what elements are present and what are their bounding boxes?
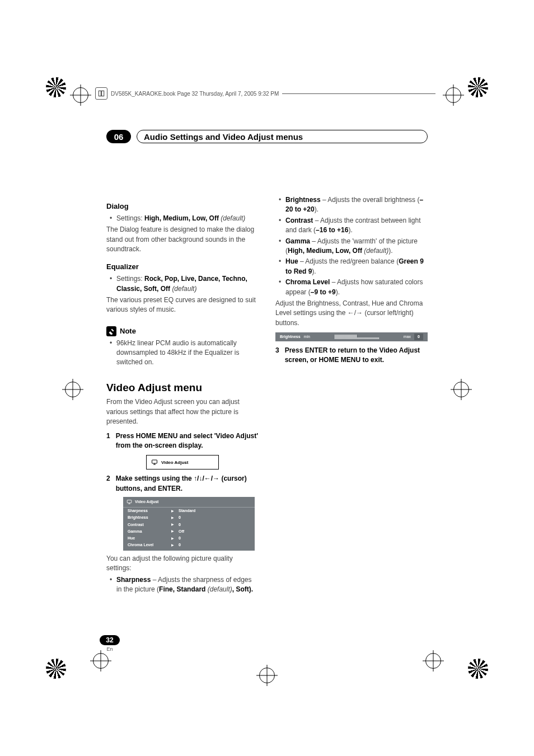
equalizer-heading: Equalizer <box>106 262 259 273</box>
chapter-bar: 06 Audio Settings and Video Adjust menus <box>106 130 428 143</box>
end: , Soft). <box>232 585 253 593</box>
book-icon <box>95 87 107 100</box>
osd-row-label: Brightness <box>128 515 171 520</box>
t: ). <box>348 226 352 234</box>
osd-row: Contrast▶0 <box>123 522 255 528</box>
osd-row: Chroma Level▶0 <box>123 542 255 548</box>
step-num: 1 <box>106 431 110 451</box>
osd-row-label: Hue <box>128 536 171 541</box>
triangle-icon: ▶ <box>171 509 174 514</box>
chapter-number: 06 <box>106 130 131 143</box>
chapter-title: Audio Settings and Video Adjust menus <box>144 132 303 142</box>
registration-mark-icon <box>453 382 469 397</box>
registration-mark-icon <box>93 653 109 669</box>
vam-intro: From the Video Adjust screen you can adj… <box>106 397 259 426</box>
arrow-down-icon: ↓ <box>199 475 202 482</box>
step-3: 3 Press ENTER to return to the Video Adj… <box>275 346 428 365</box>
default-note: (default) <box>221 214 245 222</box>
book-header: DV585K_KARAOKE.book Page 32 Thursday, Ap… <box>95 87 439 100</box>
note-text: 96kHz linear PCM audio is automatically … <box>116 339 259 368</box>
eq-settings: Settings: Rock, Pop, Live, Dance, Techno… <box>116 274 259 294</box>
osd-label: Video Adjust <box>161 459 188 466</box>
right-column: Brightness – Adjusts the overall brightn… <box>275 194 428 597</box>
osd-row: Brightness▶0 <box>123 514 255 521</box>
t: – Adjusts the overall brightness ( <box>321 196 420 204</box>
osd-row-label: Gamma <box>128 529 171 534</box>
osd-row-label: Chroma Level <box>128 542 171 548</box>
osd-row: Sharpness▶Standard <box>123 508 255 514</box>
osd-row-value: Off <box>179 529 184 534</box>
t: ). <box>336 288 340 296</box>
osd-brightness-bar: Brightness min max 0 <box>275 332 428 341</box>
svg-rect-1 <box>127 500 132 503</box>
step-text: Press ENTER to return to the Video Adjus… <box>285 346 428 365</box>
note-label: Note <box>120 326 136 337</box>
registration-mark-icon <box>446 87 461 103</box>
triangle-icon: ▶ <box>171 543 174 548</box>
monitor-icon <box>127 499 132 505</box>
eq-body: The various preset EQ curves are designe… <box>106 295 259 315</box>
step-text: Make settings using the ↑/↓/←/→ (cursor)… <box>116 474 259 494</box>
registration-mark-icon <box>73 87 88 103</box>
t: ). <box>312 267 316 275</box>
osd-row-value: 0 <box>179 542 181 548</box>
vals: High, Medium, Low, Off <box>288 247 362 255</box>
after-panel-text: You can adjust the following picture qua… <box>106 554 259 574</box>
osd-row-label: Sharpness <box>128 508 171 514</box>
printer-mark <box>468 659 488 679</box>
sharpness-item: Sharpness – Adjusts the sharpness of edg… <box>116 575 259 595</box>
step-2: 2 Make settings using the ↑/↓/←/→ (curso… <box>106 474 259 494</box>
left-column: Dialog Settings: High, Medium, Low, Off … <box>106 194 259 597</box>
osd-panel-title: Video Adjust <box>135 499 158 505</box>
lead: Sharpness <box>116 576 151 584</box>
book-header-text: DV585K_KARAOKE.book Page 32 Thursday, Ap… <box>111 91 279 97</box>
dialog-heading: Dialog <box>106 201 259 212</box>
video-adjust-heading: Video Adjust menu <box>106 380 259 396</box>
chapter-title-wrap: Audio Settings and Video Adjust menus <box>137 130 428 143</box>
monitor-icon <box>151 459 158 466</box>
dialog-settings: Settings: High, Medium, Low, Off (defaul… <box>116 214 259 223</box>
lead: Gamma <box>285 237 310 245</box>
page-num-value: 32 <box>100 635 120 645</box>
def: (default) <box>208 585 232 593</box>
page-lang: En <box>100 646 120 652</box>
arrow-left-icon: ← <box>204 475 211 482</box>
triangle-icon: ▶ <box>171 536 174 541</box>
osd-row-value: 0 <box>179 515 181 520</box>
range: –16 to +16 <box>316 226 348 234</box>
gamma-item: Gamma – Adjusts the 'warmth' of the pict… <box>285 237 428 256</box>
brightness-item: Brightness – Adjusts the overall brightn… <box>285 195 428 215</box>
osd-video-adjust-small: Video Adjust <box>146 455 219 469</box>
step-text: Press HOME MENU and select 'Video Adjust… <box>116 431 259 451</box>
hue-item: Hue – Adjusts the red/green balance (Gre… <box>285 257 428 276</box>
osd-row-value: 0 <box>179 522 181 528</box>
arrow-up-icon: ↑ <box>194 475 197 482</box>
registration-mark-icon <box>65 382 81 397</box>
osd-row: Gamma▶Off <box>123 528 255 535</box>
lead: Brightness <box>285 196 321 204</box>
printer-mark <box>46 659 66 679</box>
values: High, Medium, Low, Off <box>144 214 219 222</box>
label: Settings: <box>116 214 144 222</box>
lead: Chroma Level <box>285 278 330 286</box>
triangle-icon: ▶ <box>171 529 174 534</box>
adjust-paragraph: Adjust the Brightness, Contrast, Hue and… <box>275 299 428 328</box>
arrow-left-icon: ← <box>348 309 354 317</box>
osd-row-value: 0 <box>179 536 181 541</box>
registration-mark-icon <box>259 668 275 683</box>
note-icon <box>106 326 116 336</box>
bar-max: max <box>404 334 411 340</box>
triangle-icon: ▶ <box>171 522 174 527</box>
page-content: 06 Audio Settings and Video Adjust menus… <box>106 130 428 655</box>
dialog-body: The Dialog feature is designed to make t… <box>106 225 259 254</box>
step-num: 3 <box>275 346 279 365</box>
chroma-item: Chroma Level – Adjusts how saturated col… <box>285 278 428 297</box>
def: (default) <box>364 247 388 255</box>
t: – Adjusts the red/green balance ( <box>298 257 399 265</box>
bar-label: Brightness <box>280 334 301 340</box>
osd-row-label: Contrast <box>128 522 171 528</box>
osd-video-adjust-panel: Video Adjust Sharpness▶StandardBrightnes… <box>123 497 255 551</box>
t: ). <box>388 247 392 255</box>
triangle-icon: ▶ <box>171 515 174 520</box>
bar-min: min <box>304 334 310 340</box>
